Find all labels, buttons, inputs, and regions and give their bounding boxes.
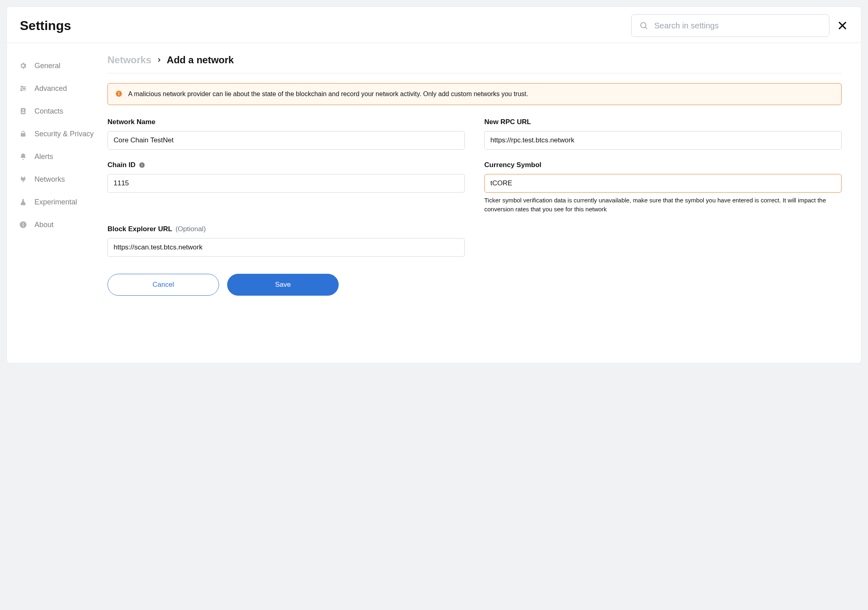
bell-icon — [19, 152, 27, 161]
search-input[interactable] — [631, 14, 829, 37]
currency-symbol-input[interactable] — [484, 174, 842, 193]
warning-text: A malicious network provider can lie abo… — [128, 89, 528, 99]
block-explorer-optional: (Optional) — [176, 225, 206, 233]
svg-point-17 — [118, 92, 119, 93]
sidebar: General Advanced Contacts — [7, 43, 103, 308]
svg-line-1 — [645, 27, 647, 29]
field-rpc-url: New RPC URL — [484, 118, 842, 150]
flask-icon — [19, 198, 27, 206]
sidebar-item-label: Contacts — [34, 107, 63, 116]
sidebar-item-label: Advanced — [34, 84, 67, 93]
svg-point-9 — [21, 90, 22, 91]
chain-id-input[interactable] — [107, 174, 465, 193]
currency-symbol-label: Currency Symbol — [484, 161, 842, 169]
sidebar-item-contacts[interactable]: Contacts — [19, 100, 103, 122]
close-button[interactable] — [837, 20, 848, 31]
sidebar-item-advanced[interactable]: Advanced — [19, 77, 103, 100]
header: Settings — [7, 7, 861, 43]
main-content: Networks Add a network A malicious netwo… — [103, 43, 861, 308]
block-explorer-input[interactable] — [107, 238, 465, 257]
info-icon — [19, 221, 27, 229]
svg-rect-18 — [118, 93, 119, 95]
sidebar-item-label: About — [34, 221, 54, 229]
sliders-icon — [19, 84, 27, 92]
contacts-icon — [19, 107, 27, 115]
svg-rect-10 — [21, 108, 26, 114]
chain-id-label: Chain ID — [107, 161, 465, 169]
save-button[interactable]: Save — [227, 274, 339, 296]
svg-rect-21 — [142, 165, 142, 166]
sidebar-item-networks[interactable]: Networks — [19, 168, 103, 191]
settings-panel: Settings General — [6, 6, 862, 363]
sidebar-item-alerts[interactable]: Alerts — [19, 145, 103, 168]
svg-point-7 — [24, 88, 25, 89]
svg-point-20 — [142, 163, 142, 164]
form-actions: Cancel Save — [107, 274, 842, 296]
svg-point-5 — [21, 86, 23, 87]
chain-id-label-text: Chain ID — [107, 161, 135, 169]
block-explorer-label-text: Block Explorer URL — [107, 225, 172, 233]
field-network-name: Network Name — [107, 118, 465, 150]
sidebar-item-label: Experimental — [34, 198, 77, 206]
svg-point-11 — [22, 109, 24, 111]
cancel-button[interactable]: Cancel — [107, 274, 219, 296]
svg-point-0 — [641, 23, 646, 28]
sidebar-item-experimental[interactable]: Experimental — [19, 191, 103, 213]
search-container — [631, 14, 829, 37]
rpc-url-input[interactable] — [484, 131, 842, 150]
sidebar-item-label: Security & Privacy — [34, 130, 94, 138]
svg-rect-12 — [21, 133, 26, 136]
body: General Advanced Contacts — [7, 43, 861, 308]
chevron-right-icon — [156, 57, 162, 63]
field-currency-symbol: Currency Symbol Ticker symbol verificati… — [484, 161, 842, 214]
breadcrumb-parent[interactable]: Networks — [107, 54, 151, 66]
network-name-label: Network Name — [107, 118, 465, 126]
sidebar-item-about[interactable]: About — [19, 213, 103, 236]
currency-symbol-help: Ticker symbol verification data is curre… — [484, 196, 842, 214]
block-explorer-label: Block Explorer URL (Optional) — [107, 225, 465, 233]
field-block-explorer: Block Explorer URL (Optional) — [107, 225, 465, 257]
lock-icon — [19, 130, 27, 138]
gear-icon — [19, 62, 27, 70]
rpc-url-label: New RPC URL — [484, 118, 842, 126]
svg-point-14 — [23, 223, 24, 224]
sidebar-item-label: General — [34, 62, 60, 70]
sidebar-item-general[interactable]: General — [19, 54, 103, 77]
sidebar-item-label: Alerts — [34, 152, 53, 161]
network-form: Network Name New RPC URL Chain ID — [107, 118, 842, 296]
field-chain-id: Chain ID — [107, 161, 465, 193]
warning-info-icon — [115, 90, 122, 97]
sidebar-item-security[interactable]: Security & Privacy — [19, 122, 103, 145]
network-name-input[interactable] — [107, 131, 465, 150]
search-icon — [639, 21, 648, 30]
plug-icon — [19, 175, 27, 183]
breadcrumb: Networks Add a network — [107, 54, 842, 73]
page-title: Settings — [20, 18, 71, 33]
svg-rect-15 — [23, 224, 24, 226]
breadcrumb-current: Add a network — [167, 54, 234, 66]
sidebar-item-label: Networks — [34, 175, 65, 184]
warning-banner: A malicious network provider can lie abo… — [107, 83, 842, 105]
info-icon[interactable] — [139, 162, 145, 168]
